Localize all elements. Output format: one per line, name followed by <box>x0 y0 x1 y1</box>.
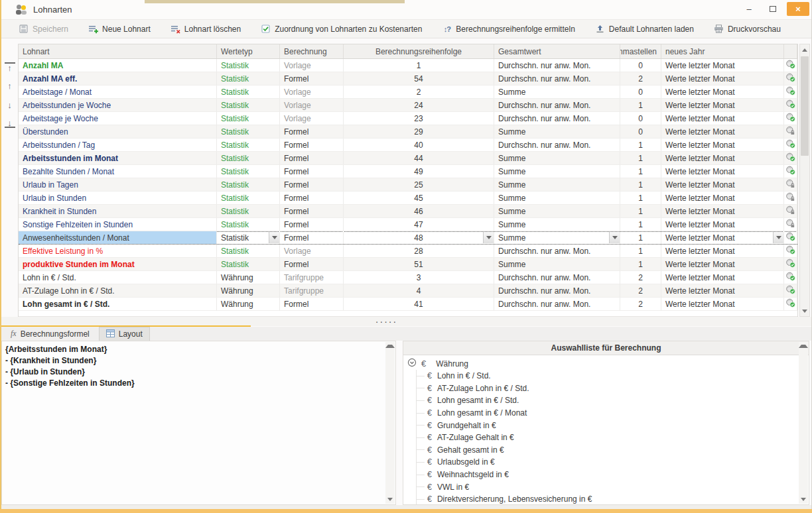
berechnungsreihenfolge-button[interactable]: ↕? Berechnungsreihenfolge ermitteln <box>442 25 575 34</box>
table-row[interactable]: Arbeitsstunden im MonatStatistikFormel44… <box>19 152 797 165</box>
cell-lohnart[interactable]: Arbeitsstunden im Monat <box>19 152 217 164</box>
cell-wertetyp[interactable]: Statistik <box>217 139 280 151</box>
cell-neues-jahr[interactable]: Werte letzter Monat <box>661 231 784 244</box>
cell-berechnung[interactable]: Tarifgruppe <box>280 271 344 284</box>
horizontal-splitter[interactable]: ····· <box>1 317 811 326</box>
cell-berechnungsreihenfolge[interactable]: 28 <box>344 245 494 257</box>
cell-kommastellen[interactable]: 1 <box>620 152 661 164</box>
cell-berechnungsreihenfolge[interactable]: 29 <box>344 125 494 138</box>
cell-neues-jahr[interactable]: Werte letzter Monat <box>661 205 784 217</box>
cell-transfer-status[interactable] <box>784 258 797 270</box>
column-header-neues-jahr[interactable]: neues Jahr <box>661 44 784 58</box>
cell-neues-jahr[interactable]: Werte letzter Monat <box>661 258 784 270</box>
cell-lohnart[interactable]: Anwesenheitsstunden / Monat <box>19 231 217 244</box>
cell-transfer-status[interactable] <box>784 59 797 72</box>
cell-gesamtwert[interactable]: Summe <box>494 86 620 98</box>
cell-wertetyp[interactable]: Statistik <box>217 218 280 231</box>
formula-scrollbar[interactable] <box>385 342 395 504</box>
column-header-berechnungsreihenfolge[interactable]: Berechnungsreihenfolge <box>344 44 494 58</box>
cell-berechnung[interactable]: Formel <box>280 205 344 217</box>
table-scrollbar[interactable] <box>799 44 810 317</box>
tree-item[interactable]: €Grundgehalt in € <box>417 419 809 431</box>
cell-transfer-status[interactable] <box>784 205 797 217</box>
scroll-to-first-button[interactable]: ↑ <box>5 62 15 72</box>
cell-berechnungsreihenfolge[interactable]: 40 <box>344 139 494 151</box>
dropdown-chevron-icon[interactable] <box>269 232 279 243</box>
column-header-gesamtwert[interactable]: Gesamtwert <box>494 44 620 58</box>
cell-berechnungsreihenfolge[interactable]: 24 <box>344 99 494 111</box>
formula-editor[interactable]: {Arbeitsstunden im Monat}- {Krankheit in… <box>1 341 396 505</box>
cell-berechnung[interactable]: Formel <box>280 218 344 231</box>
cell-kommastellen[interactable]: 0 <box>620 59 661 72</box>
cell-neues-jahr[interactable]: Werte letzter Monat <box>661 192 784 204</box>
cell-neues-jahr[interactable]: Werte letzter Monat <box>661 112 784 125</box>
cell-neues-jahr[interactable]: Werte letzter Monat <box>661 72 784 85</box>
cell-wertetyp[interactable]: Währung <box>217 271 280 284</box>
cell-gesamtwert[interactable]: Summe <box>494 192 620 204</box>
cell-transfer-status[interactable] <box>784 178 797 191</box>
dropdown-chevron-icon[interactable] <box>483 232 494 243</box>
cell-transfer-status[interactable] <box>784 152 797 164</box>
dropdown-chevron-icon[interactable] <box>773 232 783 243</box>
cell-gesamtwert[interactable]: Durchschn. nur anw. Mon. <box>494 72 620 85</box>
scrollbar-up-button[interactable] <box>800 44 809 55</box>
table-row[interactable]: produktive Stunden im MonatStatistikForm… <box>19 258 797 271</box>
scroll-up-button[interactable]: ↑ <box>5 80 15 91</box>
cell-berechnungsreihenfolge[interactable]: 48 <box>344 231 494 244</box>
cell-transfer-status[interactable] <box>784 72 797 85</box>
cell-lohnart[interactable]: Lohn in € / Std. <box>19 271 217 284</box>
cell-transfer-status[interactable] <box>784 192 797 204</box>
cell-berechnungsreihenfolge[interactable]: 1 <box>344 59 494 72</box>
cell-gesamtwert[interactable]: Summe <box>494 152 620 164</box>
cell-neues-jahr[interactable]: Werte letzter Monat <box>661 86 784 98</box>
zuordnung-button[interactable]: Zuordnung von Lohnarten zu Kostenarten <box>261 25 422 34</box>
cell-gesamtwert[interactable]: Durchschn. nur anw. Mon. <box>494 271 620 284</box>
cell-wertetyp[interactable]: Statistik <box>217 178 280 191</box>
cell-neues-jahr[interactable]: Werte letzter Monat <box>661 245 784 257</box>
cell-berechnung[interactable]: Formel <box>280 165 344 178</box>
cell-lohnart[interactable]: produktive Stunden im Monat <box>19 258 217 270</box>
tree-item[interactable]: €AT-Zulage Lohn in € / Std. <box>417 382 809 395</box>
cell-neues-jahr[interactable]: Werte letzter Monat <box>661 59 784 72</box>
cell-gesamtwert[interactable]: Summe <box>494 125 620 138</box>
cell-berechnung[interactable]: Tarifgruppe <box>280 284 344 297</box>
cell-berechnungsreihenfolge[interactable]: 2 <box>344 86 494 98</box>
cell-kommastellen[interactable]: 1 <box>620 231 661 244</box>
scrollbar-down-button[interactable] <box>800 306 809 316</box>
cell-neues-jahr[interactable]: Werte letzter Monat <box>661 271 784 284</box>
cell-lohnart[interactable]: Urlaub in Stunden <box>19 192 217 204</box>
cell-wertetyp[interactable]: Währung <box>217 284 280 297</box>
table-row[interactable]: Bezahlte Stunden / MonatStatistikFormel4… <box>19 165 797 178</box>
cell-neues-jahr[interactable]: Werte letzter Monat <box>661 152 784 164</box>
cell-wertetyp[interactable]: Statistik <box>217 258 280 270</box>
tab-layout[interactable]: Layout <box>99 327 150 341</box>
cell-wertetyp[interactable]: Statistik <box>217 165 280 178</box>
cell-lohnart[interactable]: Sonstige Fehlzeiten in Stunden <box>19 218 217 231</box>
cell-kommastellen[interactable]: 2 <box>620 284 661 297</box>
cell-gesamtwert[interactable]: Durchschn. nur anw. Mon. <box>494 245 620 257</box>
cell-transfer-status[interactable] <box>784 231 797 244</box>
cell-kommastellen[interactable]: 1 <box>620 139 661 151</box>
splitter-handle[interactable]: ····· <box>375 320 397 323</box>
cell-kommastellen[interactable]: 2 <box>620 72 661 85</box>
scrollbar-thumb[interactable] <box>801 56 809 156</box>
cell-lohnart[interactable]: Arbeitsstunden / Tag <box>19 139 217 151</box>
cell-neues-jahr[interactable]: Werte letzter Monat <box>661 284 784 297</box>
cell-gesamtwert[interactable]: Summe <box>494 178 620 191</box>
column-header-berechnung[interactable]: Berechnung <box>280 44 344 58</box>
cell-berechnungsreihenfolge[interactable]: 23 <box>344 112 494 125</box>
cell-kommastellen[interactable]: 0 <box>620 86 661 98</box>
cell-kommastellen[interactable]: 1 <box>620 258 661 270</box>
tab-berechnungsformel[interactable]: fx Berechnungsformel <box>4 327 96 341</box>
cell-gesamtwert[interactable]: Durchschn. nur anw. Mon. <box>494 298 620 310</box>
tree-item[interactable]: €Gehalt gesamt in € <box>417 444 809 457</box>
cell-gesamtwert[interactable]: Summe <box>494 258 620 270</box>
cell-gesamtwert[interactable]: Durchschn. nur anw. Mon. <box>494 99 620 111</box>
cell-berechnung[interactable]: Vorlage <box>280 86 344 98</box>
cell-gesamtwert[interactable]: Summe <box>494 231 620 244</box>
selection-scrollbar[interactable] <box>799 342 808 504</box>
cell-berechnungsreihenfolge[interactable]: 47 <box>344 218 494 231</box>
cell-lohnart[interactable]: Bezahlte Stunden / Monat <box>19 165 217 178</box>
cell-berechnung[interactable]: Vorlage <box>280 99 344 111</box>
cell-berechnungsreihenfolge[interactable]: 3 <box>344 271 494 284</box>
